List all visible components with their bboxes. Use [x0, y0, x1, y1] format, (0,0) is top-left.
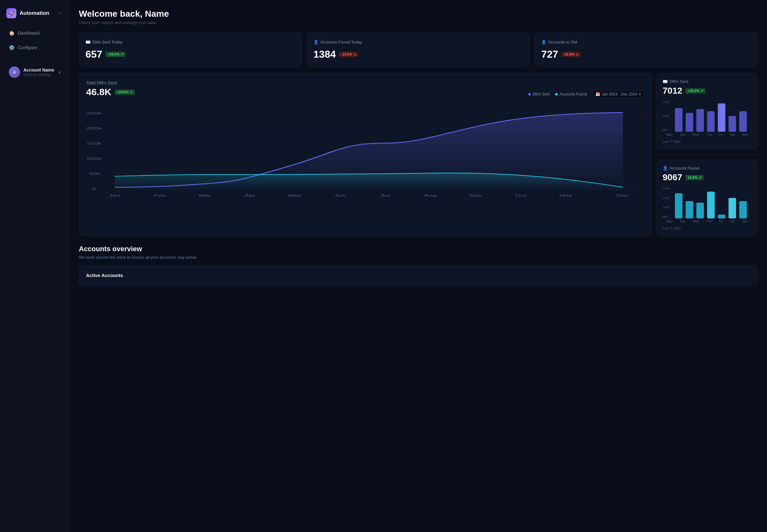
accounts-mini-value: 9067 16.8% ↗	[663, 172, 752, 182]
svg-text:Jun: Jun	[334, 194, 346, 197]
svg-text:0: 0	[92, 187, 96, 191]
stat-card-header-accounts-dm: 👤 Accounts to DM ···	[541, 39, 751, 45]
account-item[interactable]: A Account Name Account settings ›	[3, 63, 67, 82]
svg-text:150k: 150k	[86, 142, 102, 145]
sidebar: 🚀 Automation <> 🏠 Dashbaord › ⚙️ Configu…	[0, 0, 69, 532]
legend-dms-dot	[528, 93, 531, 95]
legend-accounts: Accounts Found	[555, 92, 587, 96]
svg-text:Feb: Feb	[154, 194, 166, 197]
accounts-menu-button[interactable]: ···	[517, 39, 523, 45]
page-title: Welcome back, Name	[79, 9, 758, 19]
svg-rect-42	[696, 203, 704, 218]
svg-text:Sep: Sep	[469, 194, 482, 197]
account-info: Account Name Account settings	[23, 67, 55, 77]
accounts-bar-svg	[671, 187, 752, 218]
svg-text:250k: 250k	[86, 112, 102, 115]
accounts-found-badge: -12.6% ↘	[339, 52, 358, 57]
svg-rect-33	[729, 116, 736, 132]
right-panel: ✉️ DM's Sent 7012 +28.5% ↗ 1100 1000 900	[657, 73, 758, 236]
date-picker[interactable]: 📅 Jan 2024 - Dec 2024 ▾	[592, 90, 644, 98]
legend-dms: DM's Sent	[528, 92, 550, 96]
accounts-to-dm-badge: -12.6% ↘	[561, 52, 581, 57]
dms-mini-value: 7012 +28.5% ↗	[663, 86, 752, 96]
accounts-mini-chart: 👤 Accounts Found 9067 16.8% ↗ 1400 1200 …	[657, 160, 758, 236]
accounts-y-labels: 1400 1200 1000 800	[663, 187, 669, 218]
svg-text:Jan: Jan	[109, 194, 120, 197]
configure-icon: ⚙️	[9, 45, 15, 50]
svg-rect-44	[718, 215, 725, 218]
sidebar-item-configure[interactable]: ⚙️ Configure ›	[3, 41, 67, 54]
stat-cards: ✉️ DMs Sent Today ··· 657 +28.4% ↗ 👤 Acc…	[79, 32, 758, 67]
accounts-overview-card: Active Accounts	[79, 265, 758, 285]
accounts-mini-badge: 16.8% ↗	[685, 175, 703, 180]
sidebar-collapse-button[interactable]: <>	[58, 11, 63, 15]
main-content: Welcome back, Name Check your reports an…	[69, 0, 767, 532]
svg-text:200k: 200k	[86, 127, 102, 130]
stat-card-dms-sent: ✉️ DMs Sent Today ··· 657 +28.4% ↗	[79, 32, 302, 67]
svg-text:Apr: Apr	[244, 194, 255, 197]
chart-legend-controls: DM's Sent Accounts Found 📅 Jan 2024 - De…	[528, 90, 644, 98]
dashboard-arrow: ›	[59, 31, 60, 35]
nav-divider	[0, 58, 69, 58]
dms-menu-button[interactable]: ···	[289, 39, 295, 45]
dms-sent-label: ✉️ DMs Sent Today	[85, 40, 122, 44]
section-subtitle: We work around the clock to ensure all y…	[79, 255, 758, 260]
logo-icon: 🚀	[6, 8, 16, 18]
dashboard-label: Dashbaord	[18, 31, 40, 36]
accounts-last-7: Last 7 Days	[663, 226, 752, 230]
line-chart-svg: 250k 200k 150k 100k 50k 0	[86, 107, 644, 201]
svg-rect-41	[686, 201, 693, 218]
account-sub: Account settings	[23, 72, 55, 77]
chart-big-value: 46.8K +24.6% ↗	[86, 87, 135, 97]
svg-text:Jul: Jul	[380, 194, 390, 197]
active-accounts-title: Active Accounts	[86, 273, 750, 278]
dms-mini-badge: +28.5% ↗	[685, 88, 706, 94]
svg-text:Aug: Aug	[424, 194, 437, 197]
accounts-mini-label: 👤 Accounts Found	[663, 166, 752, 171]
chart-controls: 46.8K +24.6% ↗ DM's Sent Accounts Found	[86, 87, 644, 102]
accounts-dm-menu-button[interactable]: ···	[745, 39, 751, 45]
accounts-to-dm-value: 727 -12.6% ↘	[541, 49, 751, 60]
accounts-x-labels: Mon Tue Wed Thu Fri Sat Sun	[663, 220, 752, 223]
app-name: Automation	[20, 10, 49, 16]
dms-x-labels: Mon Tue Wed Thu Fri Sat Sun	[663, 133, 752, 136]
line-chart: 250k 200k 150k 100k 50k 0	[86, 107, 644, 201]
chart-legend: DM's Sent Accounts Found	[528, 92, 587, 96]
accounts-dm-icon: 👤	[541, 40, 546, 44]
svg-text:Oct: Oct	[515, 194, 526, 197]
svg-text:Nov: Nov	[559, 194, 572, 197]
chevron-down-icon: ▾	[639, 92, 641, 96]
configure-label: Configure	[18, 45, 37, 50]
svg-text:Dec: Dec	[617, 194, 630, 197]
svg-rect-45	[729, 198, 736, 218]
accounts-found-icon: 👤	[313, 40, 318, 44]
stat-card-header-accounts: 👤 Accounts Found Today ···	[313, 39, 523, 45]
accounts-mini-icon: 👤	[663, 166, 668, 171]
legend-accounts-dot	[555, 93, 558, 95]
accounts-to-dm-label: 👤 Accounts to DM	[541, 40, 577, 44]
svg-text:100k: 100k	[86, 157, 102, 160]
section-title: Accounts overview	[79, 245, 758, 253]
dms-sent-icon: ✉️	[85, 40, 90, 44]
dms-badge: +28.4% ↗	[105, 52, 125, 57]
dms-mini-icon: ✉️	[663, 79, 668, 84]
chart-badge: +24.6% ↗	[114, 90, 135, 95]
chart-title: Total DM's Sent	[86, 80, 644, 85]
svg-rect-34	[739, 111, 747, 132]
account-arrow: ›	[59, 69, 60, 75]
svg-rect-43	[707, 192, 715, 218]
calendar-icon: 📅	[596, 92, 600, 96]
accounts-found-label: 👤 Accounts Found Today	[313, 40, 362, 44]
charts-row: Total DM's Sent 46.8K +24.6% ↗ DM's Sent	[79, 73, 758, 236]
svg-rect-28	[675, 108, 683, 132]
sidebar-item-dashboard[interactable]: 🏠 Dashbaord ›	[3, 26, 67, 40]
dashboard-icon: 🏠	[9, 30, 15, 36]
svg-rect-46	[739, 201, 747, 218]
stat-card-accounts-to-dm: 👤 Accounts to DM ··· 727 -12.6% ↘	[535, 32, 758, 67]
svg-text:50k: 50k	[89, 172, 101, 176]
stat-card-accounts-found: 👤 Accounts Found Today ··· 1384 -12.6% ↘	[307, 32, 530, 67]
main-chart-card: Total DM's Sent 46.8K +24.6% ↗ DM's Sent	[79, 73, 652, 236]
accounts-found-value: 1384 -12.6% ↘	[313, 49, 523, 60]
panel-divider	[657, 154, 758, 155]
page-subtitle: Check your reports and manage your data.	[79, 20, 758, 25]
